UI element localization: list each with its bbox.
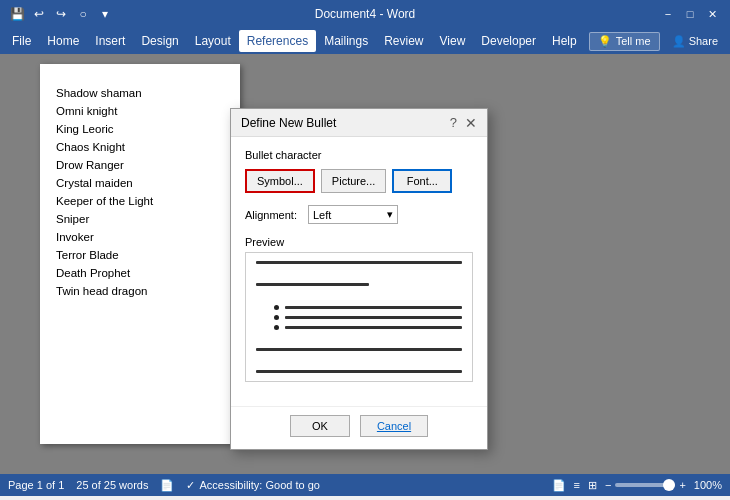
- accessibility-text: Accessibility: Good to go: [199, 479, 319, 491]
- preview-line-2: [256, 283, 369, 286]
- lightbulb-icon: 💡: [598, 35, 612, 48]
- save-icon[interactable]: 💾: [8, 5, 26, 23]
- zoom-in-icon[interactable]: +: [679, 479, 685, 491]
- menu-bar: File Home Insert Design Layout Reference…: [0, 28, 730, 54]
- tell-me-label: Tell me: [616, 35, 651, 47]
- dialog-footer: OK Cancel: [231, 406, 487, 449]
- dialog-title: Define New Bullet: [241, 116, 336, 130]
- symbol-button[interactable]: Symbol...: [245, 169, 315, 193]
- dialog-body: Bullet character Symbol... Picture... Fo…: [231, 137, 487, 406]
- preview-line-1: [256, 261, 462, 264]
- alignment-label: Alignment:: [245, 209, 300, 221]
- menu-layout[interactable]: Layout: [187, 30, 239, 52]
- ok-button[interactable]: OK: [290, 415, 350, 437]
- accessibility-status: ✓ Accessibility: Good to go: [186, 479, 319, 492]
- loading-icon: ○: [74, 5, 92, 23]
- zoom-thumb: [663, 479, 675, 491]
- preview-bullet-row-2: [274, 315, 462, 320]
- close-button[interactable]: ✕: [702, 4, 722, 24]
- quick-access-toolbar: 💾 ↩ ↪ ○ ▾: [8, 5, 114, 23]
- title-bar-left: 💾 ↩ ↪ ○ ▾: [8, 5, 114, 23]
- cancel-button[interactable]: Cancel: [360, 415, 428, 437]
- dialog-overlay: Define New Bullet ? ✕ Bullet character S…: [0, 54, 730, 474]
- share-icon: 👤: [672, 35, 686, 47]
- redo-icon[interactable]: ↪: [52, 5, 70, 23]
- window-controls: − □ ✕: [658, 4, 722, 24]
- preview-bullet-row-1: [274, 305, 462, 310]
- preview-label: Preview: [245, 236, 473, 248]
- page-icon: 📄: [160, 479, 174, 492]
- tell-me-box[interactable]: 💡 Tell me: [589, 32, 660, 51]
- status-bar: Page 1 of 1 25 of 25 words 📄 ✓ Accessibi…: [0, 474, 730, 496]
- menu-design[interactable]: Design: [133, 30, 186, 52]
- preview-bullet-line-1: [285, 306, 462, 309]
- preview-bullet-line-3: [285, 326, 462, 329]
- menu-developer[interactable]: Developer: [473, 30, 544, 52]
- font-button[interactable]: Font...: [392, 169, 452, 193]
- define-new-bullet-dialog: Define New Bullet ? ✕ Bullet character S…: [230, 108, 488, 450]
- accessibility-icon: ✓: [186, 479, 195, 492]
- share-label: Share: [689, 35, 718, 47]
- menu-references[interactable]: References: [239, 30, 316, 52]
- view-icon-2[interactable]: ≡: [574, 479, 580, 491]
- dialog-titlebar: Define New Bullet ? ✕: [231, 109, 487, 137]
- preview-line-4: [256, 370, 462, 373]
- menu-view[interactable]: View: [432, 30, 474, 52]
- menu-home[interactable]: Home: [39, 30, 87, 52]
- title-bar: 💾 ↩ ↪ ○ ▾ Document4 - Word − □ ✕: [0, 0, 730, 28]
- view-icon-1[interactable]: 📄: [552, 479, 566, 492]
- preview-bullet-1: [274, 305, 279, 310]
- page-info: Page 1 of 1: [8, 479, 64, 491]
- picture-button[interactable]: Picture...: [321, 169, 386, 193]
- dialog-help-button[interactable]: ?: [450, 115, 457, 130]
- zoom-out-icon[interactable]: −: [605, 479, 611, 491]
- word-count: 25 of 25 words: [76, 479, 148, 491]
- alignment-select[interactable]: Left ▾: [308, 205, 398, 224]
- maximize-button[interactable]: □: [680, 4, 700, 24]
- preview-bullet-line-2: [285, 316, 462, 319]
- preview-box: [245, 252, 473, 382]
- status-right: 📄 ≡ ⊞ − + 100%: [552, 479, 722, 492]
- share-button[interactable]: 👤 Share: [664, 33, 726, 50]
- toolbar-dropdown-icon[interactable]: ▾: [96, 5, 114, 23]
- dialog-title-controls: ? ✕: [450, 115, 477, 130]
- menu-file[interactable]: File: [4, 30, 39, 52]
- preview-bullet-2: [274, 315, 279, 320]
- undo-icon[interactable]: ↩: [30, 5, 48, 23]
- menu-mailings[interactable]: Mailings: [316, 30, 376, 52]
- preview-indent-group: [256, 305, 462, 330]
- bullet-char-row: Symbol... Picture... Font...: [245, 169, 473, 193]
- alignment-value: Left: [313, 209, 331, 221]
- preview-bullet-3: [274, 325, 279, 330]
- menu-right: 💡 Tell me 👤 Share: [589, 32, 726, 51]
- zoom-slider[interactable]: [615, 483, 675, 487]
- view-icon-3[interactable]: ⊞: [588, 479, 597, 492]
- preview-line-3: [256, 348, 462, 351]
- menu-insert[interactable]: Insert: [87, 30, 133, 52]
- window-title: Document4 - Word: [315, 7, 415, 21]
- dropdown-arrow-icon: ▾: [387, 208, 393, 221]
- dialog-close-button[interactable]: ✕: [465, 116, 477, 130]
- menu-review[interactable]: Review: [376, 30, 431, 52]
- menu-help[interactable]: Help: [544, 30, 585, 52]
- alignment-row: Alignment: Left ▾: [245, 205, 473, 224]
- minimize-button[interactable]: −: [658, 4, 678, 24]
- zoom-level: 100%: [694, 479, 722, 491]
- zoom-controls: − +: [605, 479, 686, 491]
- document-area: Shadow shaman Omni knight King Leoric Ch…: [0, 54, 730, 474]
- bullet-char-label: Bullet character: [245, 149, 473, 161]
- preview-bullet-row-3: [274, 325, 462, 330]
